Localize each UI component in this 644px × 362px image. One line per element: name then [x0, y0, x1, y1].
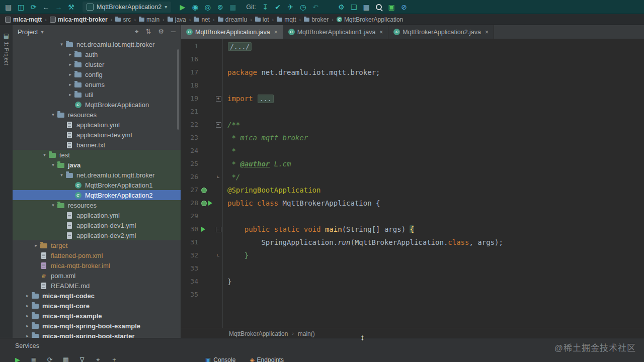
fold-marker[interactable]: −: [214, 223, 222, 236]
close-icon[interactable]: ×: [379, 29, 383, 36]
tree-arrow-icon[interactable]: ▾: [50, 203, 56, 208]
fold-marker[interactable]: +: [214, 92, 222, 105]
tree-item[interactable]: CMqttBrokerApplication: [13, 100, 181, 110]
close-icon[interactable]: ×: [274, 29, 278, 36]
tree-arrow-icon[interactable]: ▸: [67, 62, 73, 67]
tree-item[interactable]: ▸mica-mqtt-codec: [13, 291, 181, 301]
tree-arrow-icon[interactable]: ▸: [67, 72, 73, 77]
tree-item[interactable]: ▾net.dreamlu.iot.mqtt.broker: [13, 170, 181, 180]
editor-code[interactable]: 1/.../1617package net.dreamlu.iot.mqtt.b…: [181, 39, 644, 328]
fold-minus-icon[interactable]: −: [216, 122, 221, 128]
locate-icon[interactable]: ⌖: [135, 28, 138, 36]
tree-arrow-icon[interactable]: ▸: [24, 303, 31, 308]
debug-icon[interactable]: ◉: [189, 2, 201, 13]
spring-gutter-icon[interactable]: [201, 201, 207, 206]
run-dashboard-icon[interactable]: ▦: [226, 2, 239, 13]
tree-item[interactable]: ▾test: [13, 150, 181, 160]
tree-item[interactable]: banner.txt: [13, 140, 181, 150]
git-update-icon[interactable]: ↧: [259, 2, 272, 13]
breadcrumb-item[interactable]: net: [193, 16, 211, 23]
tree-item[interactable]: application-dev.yml: [13, 130, 181, 140]
tree-item[interactable]: ▸mica-mqtt-spring-boot-starter: [13, 331, 181, 338]
run-icon[interactable]: ▶: [176, 2, 189, 13]
editor-tab[interactable]: CMqttBrokerApplication.java×: [181, 25, 283, 39]
sync-icon[interactable]: ⟳: [27, 2, 40, 13]
tree-item[interactable]: ▸util: [13, 89, 181, 100]
git-commit-icon[interactable]: ✔: [272, 2, 284, 13]
tree-item[interactable]: application.yml: [13, 210, 181, 220]
editor-breadcrumb-item[interactable]: main(): [298, 330, 315, 337]
build-icon[interactable]: ⚒: [65, 2, 77, 13]
breadcrumb-item[interactable]: CMqttBrokerApplication: [336, 16, 404, 23]
tree-scrollbar[interactable]: [177, 49, 179, 130]
back-icon[interactable]: ←: [40, 2, 52, 13]
tools-icon[interactable]: ⚙: [335, 2, 348, 13]
fold-marker[interactable]: −: [214, 118, 222, 131]
breadcrumb-item[interactable]: java: [167, 16, 187, 23]
refresh-icon[interactable]: ⟳: [45, 356, 54, 362]
run-icon[interactable]: ▶: [13, 356, 22, 362]
tree-arrow-icon[interactable]: ▸: [24, 293, 31, 298]
fold-marker[interactable]: ∟: [214, 170, 222, 184]
git-push-icon[interactable]: ✈: [284, 2, 297, 13]
coverage-icon[interactable]: ◎: [201, 2, 214, 13]
project-stripe-button[interactable]: ▤ 1: Project: [0, 29, 13, 65]
breadcrumb-item[interactable]: mica-mqtt: [4, 16, 43, 23]
tree-item[interactable]: CMqttBrokerApplication2: [13, 190, 181, 200]
locate-icon[interactable]: ⌖: [94, 356, 103, 362]
hide-panel-icon[interactable]: ─: [171, 28, 176, 36]
expand-collapse-icon[interactable]: ⇅: [145, 28, 151, 36]
breadcrumb-item[interactable]: broker: [303, 16, 330, 23]
breadcrumb-item[interactable]: src: [114, 16, 132, 23]
history-icon[interactable]: ◷: [297, 2, 309, 13]
fold-minus-icon[interactable]: −: [216, 227, 221, 232]
tree-item[interactable]: CMqttBrokerApplication1: [13, 180, 181, 190]
tree-arrow-icon[interactable]: ▸: [67, 82, 73, 87]
search-everywhere-icon[interactable]: [373, 2, 385, 13]
run-configuration-select[interactable]: MqttBrokerApplication2 ▾: [83, 2, 171, 13]
tree-item[interactable]: mica-mqtt-broker.iml: [13, 260, 181, 270]
grid-icon[interactable]: ▦: [61, 356, 70, 362]
tree-item[interactable]: ▸mica-mqtt-example: [13, 311, 181, 321]
project-panel-title[interactable]: Project: [18, 28, 38, 36]
tree-item[interactable]: ▾resources: [13, 110, 181, 120]
tree-arrow-icon[interactable]: ▸: [67, 92, 73, 97]
tree-item[interactable]: flattened-pom.xml: [13, 250, 181, 260]
add-icon[interactable]: +: [110, 356, 119, 362]
window-menu-icon[interactable]: ▤: [2, 2, 15, 13]
breadcrumb-item[interactable]: mqtt: [276, 16, 297, 23]
tree-item[interactable]: application-dev2.yml: [13, 230, 181, 240]
services-tab-console[interactable]: ▣Console: [205, 356, 235, 362]
tree-item[interactable]: application-dev1.yml: [13, 220, 181, 230]
tree-item[interactable]: mpom.xml: [13, 270, 181, 281]
services-tab-endpoints[interactable]: ◈Endpoints: [250, 356, 284, 362]
profiler-icon[interactable]: ⊚: [214, 2, 226, 13]
fold-marker[interactable]: ∟: [214, 249, 222, 262]
tree-item[interactable]: ▾java: [13, 160, 181, 170]
tree-item[interactable]: ▸mica-mqtt-spring-boot-example: [13, 321, 181, 331]
settings-icon[interactable]: ⚙: [158, 28, 164, 36]
tree-arrow-icon[interactable]: ▸: [24, 323, 31, 328]
services-title[interactable]: Services: [15, 342, 39, 349]
filter-icon[interactable]: ∇: [77, 356, 87, 362]
tree-arrow-icon[interactable]: ▾: [50, 162, 56, 167]
forward-icon[interactable]: →: [52, 2, 65, 13]
tree-arrow-icon[interactable]: ▾: [41, 152, 48, 157]
tree-arrow-icon[interactable]: ▾: [58, 42, 65, 47]
tree-item[interactable]: ▸auth: [13, 49, 181, 59]
tree-arrow-icon[interactable]: ▸: [67, 52, 73, 57]
save-all-icon[interactable]: ◫: [15, 2, 27, 13]
do-not-disturb-icon[interactable]: ⊘: [398, 2, 411, 13]
close-icon[interactable]: ×: [485, 29, 489, 36]
layout-icon[interactable]: ▦: [360, 2, 373, 13]
editor-tab[interactable]: CMqttBrokerApplication2.java×: [388, 25, 494, 39]
open-folder-icon[interactable]: ❏: [348, 2, 360, 13]
run-gutter-icon[interactable]: [208, 201, 212, 206]
editor-breadcrumb-item[interactable]: MqttBrokerApplication: [229, 330, 288, 337]
tree-item[interactable]: README.md: [13, 281, 181, 291]
tree-arrow-icon[interactable]: ▾: [58, 172, 65, 177]
chevron-down-icon[interactable]: ▾: [41, 29, 43, 35]
tree-item[interactable]: ▸mica-mqtt-core: [13, 301, 181, 311]
plugin-icon[interactable]: ▣: [385, 2, 398, 13]
tree-item[interactable]: ▸enums: [13, 79, 181, 89]
